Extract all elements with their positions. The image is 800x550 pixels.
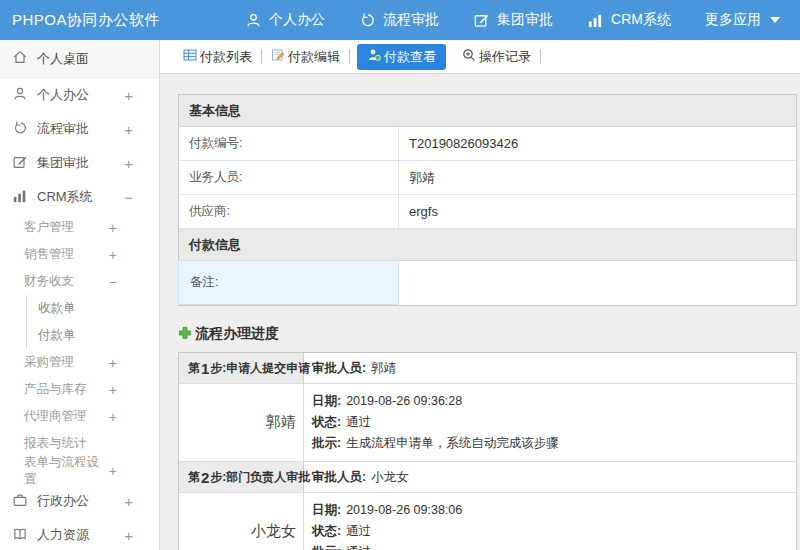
sidebar-item-label: 付款单	[38, 327, 76, 344]
field-value-business-person: 郭靖	[399, 161, 796, 194]
sidebar-item-purchase-mgmt[interactable]: 采购管理 +	[0, 349, 159, 376]
table-row: 第1步:申请人提交申请 审批人员: 郭靖	[179, 353, 796, 384]
sidebar-item-label: 产品与库存	[24, 381, 87, 398]
sidebar-item-finance[interactable]: 财务收支 −	[0, 268, 159, 295]
table-row: 供应商: ergfs	[179, 195, 796, 229]
step-date: 日期:2019-08-26 09:36:28	[312, 391, 796, 412]
expand-icon[interactable]: +	[109, 409, 117, 425]
user-icon	[245, 12, 262, 29]
table-row: 备注:	[179, 261, 796, 305]
home-icon	[12, 49, 28, 68]
nav-label: CRM系统	[611, 11, 671, 29]
sidebar-item-label: 流程审批	[37, 120, 89, 138]
sidebar-item-group-approval[interactable]: 集团审批 +	[0, 146, 159, 180]
expand-icon[interactable]: +	[109, 220, 117, 236]
tab-operation-log[interactable]: 操作记录	[453, 48, 540, 66]
collapse-icon[interactable]: −	[124, 189, 133, 206]
step-status: 状态:通过	[312, 521, 796, 542]
step-date: 日期:2019-08-26 09:38:06	[312, 500, 796, 521]
basic-info-panel: 基本信息 付款编号: T20190826093426 业务人员: 郭靖 供应商:…	[178, 94, 797, 306]
tab-label: 操作记录	[479, 48, 531, 66]
sidebar-item-sales-mgmt[interactable]: 销售管理 +	[0, 241, 159, 268]
approver-name: 郭靖	[371, 360, 396, 377]
sidebar-item-crm[interactable]: CRM系统 −	[0, 180, 159, 214]
expand-icon[interactable]: +	[124, 87, 133, 104]
nav-label: 个人办公	[269, 11, 325, 29]
step-title: 第2步:部门负责人审批	[179, 462, 304, 492]
tab-bar: 付款列表 付款编辑	[160, 40, 800, 74]
sidebar-item-label: 个人办公	[37, 86, 89, 104]
sidebar-item-label: 代理商管理	[24, 408, 87, 425]
step-status: 状态:通过	[312, 412, 796, 433]
content: 基本信息 付款编号: T20190826093426 业务人员: 郭靖 供应商:…	[160, 74, 800, 550]
nav-workflow-approval[interactable]: 流程审批	[359, 11, 439, 29]
field-label-business-person: 业务人员:	[179, 161, 399, 194]
flow-icon	[359, 12, 376, 29]
expand-icon[interactable]: +	[124, 121, 133, 138]
expand-icon[interactable]: +	[124, 493, 133, 510]
expand-icon[interactable]: +	[109, 382, 117, 398]
tab-label: 付款编辑	[288, 48, 340, 66]
user-icon	[12, 86, 28, 105]
nav-crm-system[interactable]: CRM系统	[587, 11, 671, 29]
sidebar-item-desktop[interactable]: 个人桌面	[0, 40, 159, 78]
table-row: 付款编号: T20190826093426	[179, 127, 796, 161]
topbar: PHPOA协同办公软件 个人办公 流程审批	[0, 0, 800, 40]
nav-label: 流程审批	[383, 11, 439, 29]
sidebar-item-products-inventory[interactable]: 产品与库存 +	[0, 376, 159, 403]
approver-label: 审批人员:	[312, 469, 366, 486]
tab-label: 付款查看	[384, 48, 436, 66]
sidebar-item-label: 个人桌面	[37, 50, 89, 68]
step-detail: 日期:2019-08-26 09:36:28 状态:通过 批示:生成流程申请单，…	[304, 384, 796, 461]
expand-icon[interactable]: +	[124, 527, 133, 544]
nav-group-approval[interactable]: 集团审批	[473, 11, 553, 29]
sidebar-item-label: 客户管理	[24, 219, 74, 236]
edit-doc-icon	[271, 48, 285, 65]
field-label-note: 备注:	[178, 260, 399, 305]
approver-signature: 小龙女	[179, 493, 304, 550]
sidebar-item-label: 表单与流程设置	[24, 454, 109, 488]
sidebar-item-customer-mgmt[interactable]: 客户管理 +	[0, 214, 159, 241]
app-title: PHPOA协同办公软件	[12, 11, 160, 30]
sidebar-item-workflow-approval[interactable]: 流程审批 +	[0, 112, 159, 146]
field-value-supplier: ergfs	[399, 195, 796, 228]
tab-separator	[540, 49, 541, 64]
chart-icon	[12, 188, 28, 207]
expand-icon[interactable]: +	[124, 155, 133, 172]
user-view-icon	[367, 48, 381, 65]
nav-more-apps[interactable]: 更多应用	[705, 11, 780, 29]
field-value-note	[399, 261, 796, 305]
process-table: 第1步:申请人提交申请 审批人员: 郭靖 郭靖 日期:2019-08-26 09…	[178, 352, 797, 550]
caret-down-icon	[770, 17, 780, 23]
sidebar-item-form-flow-settings[interactable]: 表单与流程设置 +	[0, 457, 159, 484]
sidebar: 个人桌面 个人办公 + 流程审批 +	[0, 40, 160, 550]
tab-payment-edit[interactable]: 付款编辑	[262, 48, 349, 66]
collapse-icon[interactable]: −	[109, 274, 117, 290]
sidebar-item-payment-order[interactable]: 付款单	[0, 322, 159, 349]
approver-label: 审批人员:	[312, 360, 366, 377]
tab-payment-view[interactable]: 付款查看	[357, 44, 446, 70]
sidebar-item-label: 集团审批	[37, 154, 89, 172]
sidebar-item-personal-office[interactable]: 个人办公 +	[0, 78, 159, 112]
book-icon	[12, 526, 28, 545]
sidebar-item-hr[interactable]: 人力资源 +	[0, 518, 159, 550]
sidebar-item-label: 采购管理	[24, 354, 74, 371]
step-comment: 批示:生成流程申请单，系统自动完成该步骤	[312, 433, 796, 454]
sidebar-item-admin-office[interactable]: 行政办公 +	[0, 484, 159, 518]
sidebar-item-agent-mgmt[interactable]: 代理商管理 +	[0, 403, 159, 430]
expand-icon[interactable]: +	[109, 463, 117, 479]
table-row: 郭靖 日期:2019-08-26 09:36:28 状态:通过 批示:生成流程申…	[179, 384, 796, 462]
tab-payment-list[interactable]: 付款列表	[174, 48, 261, 66]
step-detail: 日期:2019-08-26 09:38:06 状态:通过 批示:通过	[304, 493, 796, 550]
step-approver: 审批人员: 小龙女	[304, 462, 796, 492]
sidebar-item-receipt-order[interactable]: 收款单	[0, 295, 159, 322]
nav-label: 更多应用	[705, 11, 761, 29]
field-label-supplier: 供应商:	[179, 195, 399, 228]
nav-label: 集团审批	[497, 11, 553, 29]
expand-icon[interactable]: +	[109, 247, 117, 263]
expand-icon[interactable]: +	[109, 355, 117, 371]
search-plus-icon	[462, 48, 476, 65]
tab-separator	[349, 49, 350, 64]
top-nav: 个人办公 流程审批 集团审批	[228, 11, 797, 29]
nav-personal-office[interactable]: 个人办公	[245, 11, 325, 29]
